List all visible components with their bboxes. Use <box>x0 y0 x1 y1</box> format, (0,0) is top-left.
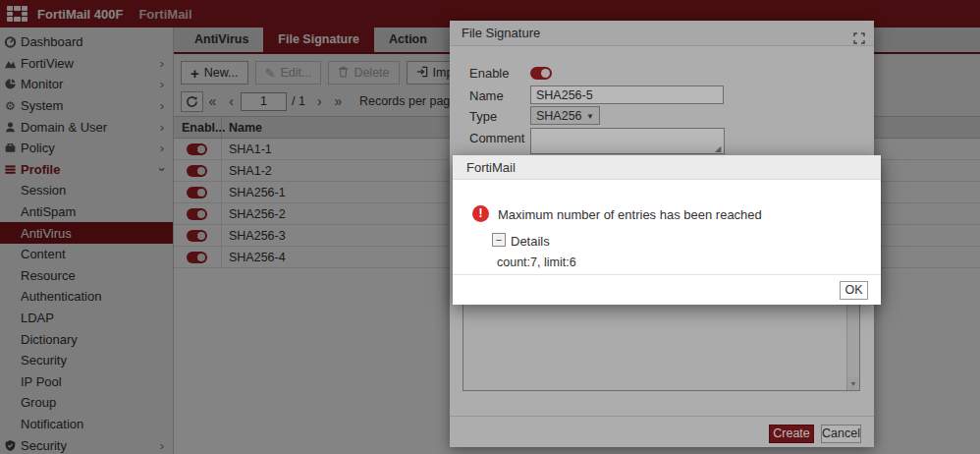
details-label[interactable]: Details <box>511 234 550 249</box>
alert-message: Maximum number of entries has been reach… <box>498 207 762 222</box>
fortimail-alert-dialog: FortiMail ! Maximum number of entries ha… <box>453 155 881 305</box>
details-text: count:7, limit:6 <box>497 255 576 269</box>
error-exclamation-icon: ! <box>472 205 489 222</box>
fortimail-screen: FortiMail 400F FortiMail Dashboard Forti… <box>0 0 980 454</box>
ok-button[interactable]: OK <box>840 281 868 300</box>
details-collapse-icon[interactable]: − <box>492 233 506 247</box>
alert-title-bar: FortiMail <box>453 155 881 180</box>
